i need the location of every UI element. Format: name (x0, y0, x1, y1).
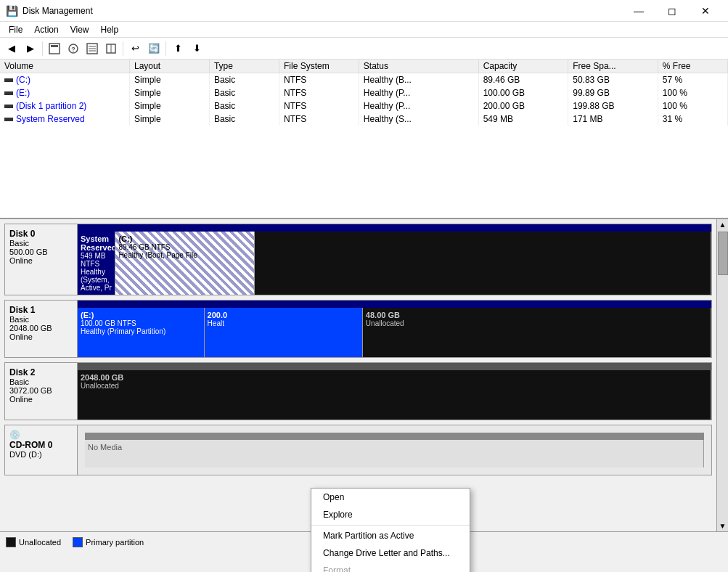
app-icon: 💾 (6, 5, 18, 17)
volume-list-panel: Volume Layout Type File System Status Ca… (0, 60, 728, 219)
disk-0-size: 500.00 GB (9, 248, 73, 256)
disk-0-seg-0[interactable]: System Reserved 549 MB NTFS Healthy (Sys… (78, 232, 115, 295)
title-bar-left: 💾 Disk Management (6, 5, 93, 17)
vol-free-0: 50.83 GB (568, 73, 658, 87)
volume-row-2[interactable]: (Disk 1 partition 2) Simple Basic NTFS H… (0, 99, 728, 113)
vol-layout-0: Simple (130, 73, 210, 87)
disk-1-size: 2048.00 GB (9, 324, 73, 332)
volume-row-1[interactable]: (E:) Simple Basic NTFS Healthy (P... 100… (0, 86, 728, 99)
toolbar-btn-5[interactable] (83, 40, 101, 57)
vol-capacity-2: 200.00 GB (478, 99, 568, 113)
vol-capacity-0: 89.46 GB (478, 73, 568, 87)
ctx-item-mark-partition-as-active[interactable]: Mark Partition as Active (311, 527, 470, 544)
vol-free-3: 171 MB (568, 113, 658, 126)
vol-fs-0: NTFS (279, 73, 359, 87)
vol-type-2: Basic (209, 99, 279, 113)
seg-sysres-size: 549 MB NTFS (81, 252, 112, 268)
ctx-item-open[interactable]: Open (311, 489, 470, 506)
toolbar-undo[interactable]: ↩ (126, 40, 144, 57)
disk-2-type: Basic (9, 377, 73, 386)
cdrom-0-icon: 💿 (9, 430, 73, 440)
vol-fs-1: NTFS (279, 86, 359, 99)
cdrom-0-row: 💿 CD-ROM 0 DVD (D:) No Media (4, 425, 712, 475)
cdrom-0-label: 💿 CD-ROM 0 DVD (D:) (5, 425, 78, 475)
toolbar-btn-3[interactable] (46, 40, 63, 57)
col-type: Type (209, 60, 279, 73)
scroll-down-arrow[interactable]: ▼ (718, 520, 728, 531)
disk-1-partitions: (E:) 100.00 GB NTFS Healthy (Primary Par… (78, 301, 711, 357)
disk-0-seg-2[interactable] (255, 232, 711, 295)
seg-c-name: (C:) (118, 234, 251, 243)
seg-e-name: (E:) (81, 311, 201, 319)
disk-2-partitions: 2048.00 GB Unallocated (78, 363, 711, 420)
disk-1-seg-0[interactable]: (E:) 100.00 GB NTFS Healthy (Primary Par… (78, 308, 205, 357)
vol-layout-3: Simple (130, 113, 210, 126)
menu-action[interactable]: Action (28, 23, 64, 36)
disk-0-partitions: System Reserved 549 MB NTFS Healthy (Sys… (78, 224, 711, 295)
menu-file[interactable]: File (3, 23, 28, 36)
seg-200-name: 200.0 (208, 311, 359, 319)
disk-0-header-bar (78, 224, 711, 232)
restore-button[interactable]: ◻ (655, 0, 689, 22)
disk-1-seg-1[interactable]: 200.0 Healt (205, 308, 363, 357)
title-bar-controls: — ◻ ✕ (622, 0, 722, 22)
ctx-item-change-drive-letter-and-paths---[interactable]: Change Drive Letter and Paths... (311, 544, 470, 562)
scroll-up-arrow[interactable]: ▲ (718, 219, 728, 230)
toolbar: ◀ ▶ ? ↩ 🔄 ⬆ ⬇ (0, 38, 728, 60)
vol-status-1: Healthy (P... (359, 86, 478, 99)
disk-1-seg-2[interactable]: 48.00 GB Unallocated (363, 308, 711, 357)
legend-unallocated: Unallocated (6, 537, 61, 547)
vol-pct-0: 57 % (658, 73, 727, 87)
toolbar-back[interactable]: ◀ (3, 40, 20, 57)
disk-1-header-bar (78, 301, 711, 308)
vol-name-2: (Disk 1 partition 2) (0, 99, 130, 113)
disk-2-segments: 2048.00 GB Unallocated (78, 370, 711, 420)
seg-c-size: 89.46 GB NTFS (118, 243, 251, 251)
scroll-thumb[interactable] (718, 232, 728, 275)
vol-type-0: Basic (209, 73, 279, 87)
toolbar-up[interactable]: ⬆ (169, 40, 187, 57)
disk-2-row: Disk 2 Basic 3072.00 GB Online 2048.00 G… (4, 362, 712, 420)
toolbar-down[interactable]: ⬇ (188, 40, 205, 57)
toolbar-forward[interactable]: ▶ (22, 40, 39, 57)
app-title: Disk Management (23, 6, 93, 16)
toolbar-sep-3 (165, 41, 166, 56)
disk-0-type: Basic (9, 239, 73, 248)
toolbar-sep-2 (123, 41, 123, 56)
vol-pct-2: 100 % (658, 99, 727, 113)
scrollbar[interactable]: ▲ ▼ (716, 219, 728, 531)
toolbar-refresh[interactable]: 🔄 (145, 40, 163, 57)
volume-row-0[interactable]: (C:) Simple Basic NTFS Healthy (B... 89.… (0, 73, 728, 87)
toolbar-btn-4[interactable]: ? (65, 40, 82, 57)
disk-2-seg-0[interactable]: 2048.00 GB Unallocated (78, 370, 711, 420)
disk-2-name: Disk 2 (9, 367, 73, 377)
volume-table: Volume Layout Type File System Status Ca… (0, 60, 728, 126)
minimize-button[interactable]: — (622, 0, 655, 22)
vol-name-0: (C:) (0, 73, 130, 87)
menu-help[interactable]: Help (95, 23, 125, 36)
cdrom-0-segments: No Media (85, 440, 704, 467)
volume-row-3[interactable]: System Reserved Simple Basic NTFS Health… (0, 113, 728, 126)
col-pct: % Free (658, 60, 727, 73)
vol-status-2: Healthy (P... (359, 99, 478, 113)
col-fs: File System (279, 60, 359, 73)
context-menu: OpenExploreMark Partition as ActiveChang… (311, 488, 470, 572)
vol-status-0: Healthy (B... (359, 73, 478, 87)
menu-bar: File Action View Help (0, 22, 728, 38)
col-status: Status (359, 60, 478, 73)
menu-view[interactable]: View (65, 23, 95, 36)
vol-status-3: Healthy (S... (359, 113, 478, 126)
toolbar-btn-6[interactable] (102, 40, 120, 57)
vol-free-1: 99.89 GB (568, 86, 658, 99)
seg-e-size: 100.00 GB NTFS (81, 319, 201, 327)
seg-sysres-status: Healthy (System, Active, Pr (81, 268, 112, 292)
cdrom-0-partitions: No Media (78, 425, 711, 475)
col-free: Free Spa... (568, 60, 658, 73)
disk-2-size: 3072.00 GB (9, 386, 73, 395)
disk-0-segments: System Reserved 549 MB NTFS Healthy (Sys… (78, 232, 711, 295)
vol-fs-3: NTFS (279, 113, 359, 126)
close-button[interactable]: ✕ (689, 0, 722, 22)
ctx-item-explore[interactable]: Explore (311, 506, 470, 523)
disk-0-seg-1[interactable]: (C:) 89.46 GB NTFS Healthy (Boot, Page F… (115, 232, 255, 295)
disk-2-label: Disk 2 Basic 3072.00 GB Online (5, 363, 78, 420)
